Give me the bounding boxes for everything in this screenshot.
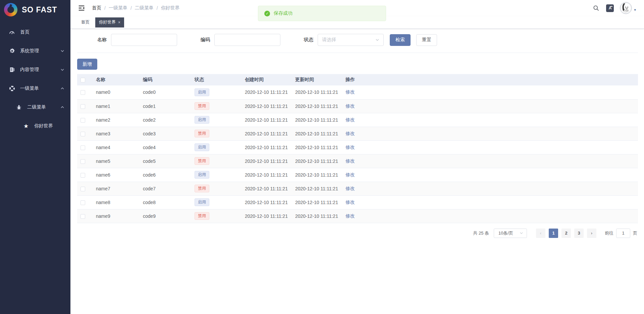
- edit-link[interactable]: 修改: [345, 103, 355, 109]
- row-checkbox[interactable]: [80, 145, 85, 150]
- sidebar: SO FAST 首页 系统管理: [0, 0, 70, 314]
- goto-page-input[interactable]: [616, 229, 630, 238]
- fold-menu-icon[interactable]: [78, 4, 85, 12]
- row-checkbox[interactable]: [80, 118, 85, 123]
- pagination: 共 25 条 10条/页 ‹ 1 2 3 › 前往 页: [77, 223, 638, 238]
- breadcrumb-item: 二级菜单: [135, 5, 154, 11]
- avatar[interactable]: [620, 2, 632, 14]
- edit-link[interactable]: 修改: [345, 199, 355, 205]
- page-button-1[interactable]: 1: [549, 229, 558, 238]
- cell-created: 2020-12-10 11:11:21: [241, 99, 292, 113]
- status-select[interactable]: 请选择: [318, 34, 384, 46]
- add-button[interactable]: 新增: [77, 59, 97, 70]
- status-badge: 启用: [195, 116, 209, 124]
- table-row: name1 code1 禁用 2020-12-10 11:11:21 2020-…: [77, 99, 638, 113]
- filter-buttons: 检索 重置: [390, 34, 437, 46]
- row-checkbox[interactable]: [80, 159, 85, 164]
- cell-name: name8: [93, 195, 140, 209]
- row-checkbox[interactable]: [80, 200, 85, 205]
- cell-code: code1: [140, 99, 191, 113]
- page-size-select[interactable]: 10条/页: [494, 229, 527, 238]
- breadcrumb-item[interactable]: 首页: [92, 5, 101, 11]
- sidebar-item-label: 一级菜单: [20, 85, 55, 91]
- page-button-2[interactable]: 2: [561, 229, 571, 238]
- table-row: name3 code3 禁用 2020-12-10 11:11:21 2020-…: [77, 127, 638, 140]
- page-content: 名称 编码 状态 请选择 检索 重置 新增: [70, 29, 644, 238]
- topbar-actions: ▾: [592, 2, 636, 14]
- edit-link[interactable]: 修改: [345, 172, 355, 177]
- row-checkbox[interactable]: [80, 104, 85, 109]
- cell-created: 2020-12-10 11:11:21: [241, 209, 292, 223]
- sidebar-item-level2-menu[interactable]: 二级菜单: [0, 98, 70, 117]
- column-header-created: 创建时间: [241, 74, 292, 85]
- sidebar-item-level1-menu[interactable]: 一级菜单: [0, 79, 70, 98]
- sidebar-item-system[interactable]: 系统管理: [0, 42, 70, 60]
- search-icon[interactable]: [592, 4, 600, 12]
- sidebar-item-content[interactable]: 内容管理: [0, 60, 70, 79]
- status-badge: 启用: [195, 88, 209, 96]
- row-checkbox[interactable]: [80, 90, 85, 95]
- select-all-checkbox[interactable]: [80, 78, 85, 82]
- status-filter-group: 状态 请选择: [304, 34, 384, 46]
- name-filter-group: 名称: [97, 34, 177, 46]
- edit-link[interactable]: 修改: [345, 213, 355, 218]
- cell-name: name7: [93, 182, 140, 195]
- edit-link[interactable]: 修改: [345, 89, 355, 95]
- edit-link[interactable]: 修改: [345, 144, 355, 150]
- language-icon[interactable]: [606, 4, 614, 12]
- data-table: 名称 编码 状态 创建时间 更新时间 操作 name0 code0: [77, 74, 638, 223]
- cell-updated: 2020-12-10 11:11:21: [292, 154, 342, 168]
- table-row: name8 code8 启用 2020-12-10 11:11:21 2020-…: [77, 195, 638, 209]
- sidebar-item-label: 二级菜单: [27, 104, 55, 110]
- sidebar-item-hello-world[interactable]: ★ 你好世界: [0, 117, 70, 135]
- row-checkbox[interactable]: [80, 173, 85, 178]
- cell-created: 2020-12-10 11:11:21: [241, 85, 292, 99]
- code-input[interactable]: [214, 34, 280, 46]
- name-input[interactable]: [111, 34, 177, 46]
- cell-updated: 2020-12-10 11:11:21: [292, 209, 342, 223]
- column-header-code: 编码: [140, 74, 191, 85]
- table-row: name0 code0 启用 2020-12-10 11:11:21 2020-…: [77, 85, 638, 99]
- search-button[interactable]: 检索: [390, 34, 411, 46]
- check-circle-icon: ✓: [264, 11, 270, 16]
- cell-updated: 2020-12-10 11:11:21: [292, 140, 342, 154]
- sidebar-item-label: 首页: [20, 29, 64, 35]
- cell-created: 2020-12-10 11:11:21: [241, 182, 292, 195]
- breadcrumb-item: 一级菜单: [109, 5, 127, 11]
- edit-link[interactable]: 修改: [345, 131, 355, 136]
- lifebuoy-icon: [9, 85, 15, 92]
- edit-link[interactable]: 修改: [345, 117, 355, 122]
- cell-name: name5: [93, 154, 140, 168]
- success-toast: ✓ 保存成功: [258, 6, 386, 21]
- cell-code: code6: [140, 168, 191, 182]
- tab-home[interactable]: 首页: [77, 17, 93, 27]
- status-badge: 启用: [195, 198, 209, 206]
- reset-button[interactable]: 重置: [416, 34, 437, 46]
- cell-code: code0: [140, 85, 191, 99]
- edit-link[interactable]: 修改: [345, 186, 355, 191]
- tab-hello-world[interactable]: 你好世界 ×: [95, 17, 124, 27]
- prev-page-button[interactable]: ‹: [536, 229, 545, 238]
- table-row: name7 code7 禁用 2020-12-10 11:11:21 2020-…: [77, 182, 638, 195]
- edit-link[interactable]: 修改: [345, 158, 355, 164]
- row-checkbox[interactable]: [80, 214, 85, 219]
- row-checkbox[interactable]: [80, 187, 85, 191]
- tab-label: 你好世界: [99, 19, 116, 25]
- cell-code: code3: [140, 127, 191, 140]
- cell-updated: 2020-12-10 11:11:21: [292, 182, 342, 195]
- sidebar-item-home[interactable]: 首页: [0, 23, 70, 42]
- bug-icon: [16, 104, 22, 111]
- user-menu[interactable]: ▾: [620, 2, 636, 14]
- breadcrumb-separator: /: [157, 5, 158, 11]
- column-header-name: 名称: [93, 74, 140, 85]
- toolbar: 新增: [77, 59, 638, 70]
- cell-name: name1: [93, 99, 140, 113]
- sidebar-item-label: 内容管理: [20, 67, 55, 73]
- total-count: 共 25 条: [473, 230, 489, 236]
- row-checkbox[interactable]: [80, 132, 85, 136]
- table-row: name4 code4 启用 2020-12-10 11:11:21 2020-…: [77, 140, 638, 154]
- table-row: name2 code2 启用 2020-12-10 11:11:21 2020-…: [77, 113, 638, 127]
- page-button-3[interactable]: 3: [574, 229, 584, 238]
- next-page-button[interactable]: ›: [587, 229, 596, 238]
- close-icon[interactable]: ×: [118, 20, 120, 24]
